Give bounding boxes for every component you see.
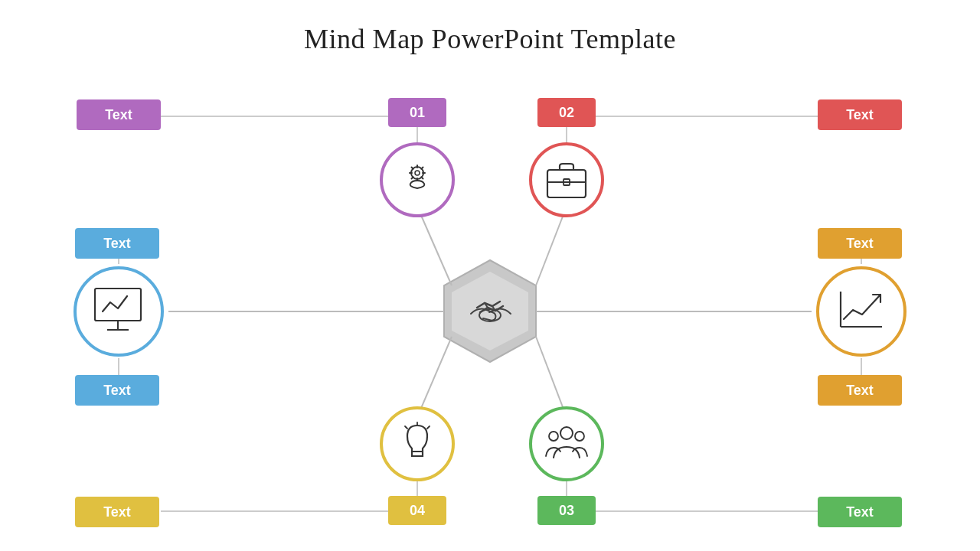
- circle-02: [531, 144, 603, 216]
- line-to-04: [417, 337, 452, 417]
- circle-04: [381, 408, 453, 480]
- label-top-left: Text: [77, 99, 161, 130]
- label-mid-left-top: Text: [75, 228, 159, 259]
- diagram-svg: [0, 0, 980, 551]
- num-box-02: 02: [537, 98, 596, 127]
- num-box-03: 03: [537, 496, 596, 525]
- circle-03: [531, 408, 603, 480]
- label-mid-left-bot: Text: [75, 375, 159, 406]
- label-mid-right-top: Text: [818, 228, 902, 259]
- num-box-01: 01: [388, 98, 446, 127]
- circle-left: [75, 268, 162, 355]
- line-to-02: [536, 207, 567, 285]
- num-box-04: 04: [388, 496, 446, 525]
- line-to-03: [536, 337, 567, 417]
- label-bot-right: Text: [818, 497, 902, 527]
- label-bot-left: Text: [75, 497, 159, 527]
- circle-right: [818, 268, 905, 355]
- label-mid-right-bot: Text: [818, 375, 902, 406]
- label-top-right: Text: [818, 99, 902, 130]
- line-to-01: [417, 207, 452, 285]
- page: Mind Map PowerPoint Template: [0, 0, 980, 551]
